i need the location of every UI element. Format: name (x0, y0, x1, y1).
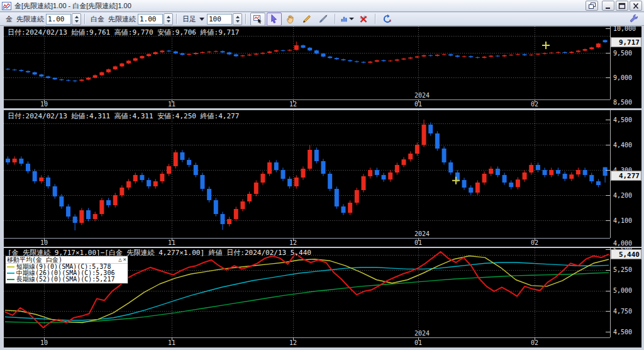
svg-text:02: 02 (531, 101, 538, 108)
svg-text:9,717: 9,717 (619, 38, 640, 47)
svg-text:2024: 2024 (414, 92, 430, 99)
svg-text:5,440: 5,440 (619, 251, 640, 259)
svg-text:2024: 2024 (414, 230, 430, 237)
svg-text:2024: 2024 (414, 330, 430, 337)
svg-text:02: 02 (531, 239, 538, 246)
gold-panel-axis: 10,0009,5009,0008,5009,71710111201022024 (4, 25, 641, 108)
gold-panel-grid (4, 26, 610, 99)
svg-text:12: 12 (289, 239, 297, 246)
svg-text:01: 01 (414, 239, 422, 246)
legend-collapse-button[interactable]: △ (118, 257, 121, 262)
legend-item-label: 長期線(52)(0)(SMA)(C):5,217 (16, 275, 114, 284)
svg-text:9,500: 9,500 (613, 50, 632, 57)
svg-text:4,500: 4,500 (613, 116, 632, 123)
svg-text:10: 10 (40, 239, 48, 246)
svg-text:11: 11 (168, 339, 175, 346)
legend-item-long-ma: 長期線(52)(0)(SMA)(C):5,217 (6, 276, 128, 283)
gold-panel-annotation-cross (542, 42, 550, 49)
legend-close-button[interactable]: × (123, 257, 126, 262)
platinum-ohlc-info: 日付:2024/02/13 始値:4,311 高値:4,311 安値:4,250… (8, 111, 239, 121)
svg-text:8,500: 8,500 (613, 99, 632, 106)
svg-text:4,750: 4,750 (613, 308, 632, 315)
svg-text:4,500: 4,500 (613, 329, 632, 336)
svg-text:10: 10 (40, 339, 48, 346)
svg-text:10,000: 10,000 (613, 25, 636, 32)
svg-text:11: 11 (168, 239, 175, 246)
svg-text:01: 01 (414, 101, 422, 108)
svg-text:11: 11 (168, 101, 175, 108)
svg-text:10: 10 (40, 101, 48, 108)
svg-text:12: 12 (289, 339, 297, 346)
svg-text:02: 02 (531, 339, 538, 346)
svg-text:12: 12 (289, 101, 297, 108)
gold-panel-candles (6, 40, 608, 82)
mid-ma-swatch (7, 273, 14, 274)
svg-text:4,277: 4,277 (619, 172, 640, 180)
svg-text:4,400: 4,400 (613, 142, 632, 149)
chart-application-window: 金[先限連続]1.00 - 白金[先限連続]1.00 (0, 0, 644, 350)
short-ma-swatch (7, 266, 14, 268)
svg-text:4,100: 4,100 (613, 217, 632, 224)
chart-canvas[interactable]: 10,0009,5009,0008,5009,71710111201022024… (0, 0, 644, 350)
svg-text:9,000: 9,000 (613, 74, 632, 81)
platinum-panel-axis: 4,5004,4004,3004,2004,1004,0004,27710111… (4, 110, 641, 247)
svg-text:5,250: 5,250 (613, 266, 632, 273)
moving-average-legend: 移動平均(金 白金) △ × 短期線(9)(0)(SMA)(C):5,378 中… (5, 256, 128, 284)
long-ma-swatch (7, 279, 14, 280)
gold-ohlc-info: 日付:2024/02/13 始値:9,761 高値:9,770 安値:9,706… (8, 28, 239, 37)
panel-separators (4, 108, 641, 248)
svg-text:4,200: 4,200 (613, 192, 632, 199)
platinum-panel-candles (6, 120, 608, 230)
svg-text:01: 01 (414, 339, 422, 346)
svg-text:5,000: 5,000 (613, 287, 632, 294)
